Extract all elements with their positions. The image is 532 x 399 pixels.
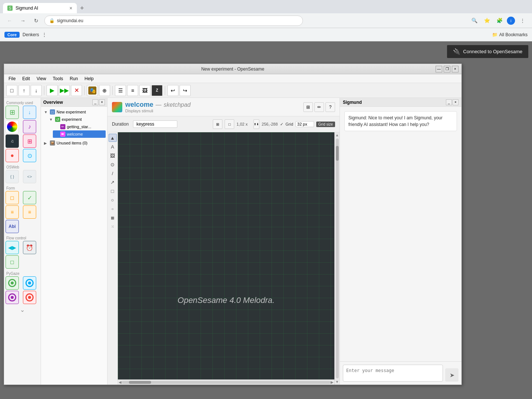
redo-btn[interactable]: ↪ bbox=[180, 85, 191, 96]
scroll-down-indicator[interactable]: ⌄ bbox=[6, 306, 39, 314]
coord-btn1[interactable]: ⊞ bbox=[213, 119, 222, 129]
bookmark-btn[interactable]: ⭐ bbox=[482, 16, 492, 26]
console-btn[interactable]: Z bbox=[151, 85, 163, 96]
menu-btn[interactable]: ⋮ bbox=[517, 16, 528, 26]
undo-btn[interactable]: ↩ bbox=[167, 85, 178, 96]
ws-fullscreen-btn[interactable]: ⊞ bbox=[303, 102, 313, 112]
sigmund-minimize-btn[interactable]: _ bbox=[446, 99, 452, 105]
toolbox-item-mouse[interactable]: ● bbox=[6, 149, 19, 162]
toolbox-item-osweb2[interactable]: <> bbox=[23, 170, 36, 183]
core-bookmark[interactable]: Core bbox=[4, 32, 20, 38]
toolbox-item-audio[interactable]: ♪ bbox=[23, 120, 36, 133]
refresh-btn[interactable]: ↻ bbox=[31, 16, 41, 26]
new-btn[interactable]: □ bbox=[6, 85, 17, 96]
open-btn[interactable]: ↑ bbox=[18, 85, 30, 96]
arrow-tool[interactable]: ↗ bbox=[109, 178, 117, 186]
tree-item-unused[interactable]: ▶ 📦 Unused items (0) bbox=[42, 139, 106, 147]
denkers-bookmark[interactable]: Denkers bbox=[23, 32, 39, 37]
toolbox-item-textinput[interactable]: Abi bbox=[6, 220, 19, 233]
fixdot-tool[interactable]: ⊙ bbox=[109, 160, 117, 168]
gabor-tool[interactable]: ▦ bbox=[109, 214, 117, 222]
close-btn[interactable]: × bbox=[452, 66, 458, 72]
tree-item-getting-star[interactable]: ✏ getting_star... bbox=[53, 123, 106, 130]
extension-btn[interactable]: 🧩 bbox=[494, 16, 505, 26]
select-tool[interactable]: ▲ bbox=[109, 134, 117, 142]
menu-run[interactable]: Run bbox=[67, 75, 81, 82]
toolbox-item-pygaze3[interactable] bbox=[6, 291, 19, 304]
sketchpad-canvas[interactable]: OpenSesame 4.0 Melodra. bbox=[118, 132, 334, 379]
overview-close-btn[interactable]: × bbox=[99, 99, 105, 105]
rect-tool[interactable]: □ bbox=[109, 187, 117, 195]
sigmund-send-btn[interactable]: ➤ bbox=[445, 368, 458, 382]
canvas-container: ▲ A 🖼 ⊙ / ↗ □ ○ ○ ▦ ⁙ bbox=[108, 132, 340, 385]
menu-file[interactable]: File bbox=[6, 75, 18, 82]
menu-help[interactable]: Help bbox=[82, 75, 97, 82]
actor-btn[interactable]: 🎭 bbox=[87, 85, 98, 96]
canvas-scrollbar-horizontal[interactable]: ◀ ▶ bbox=[118, 379, 334, 385]
menu-view[interactable]: View bbox=[34, 75, 49, 82]
sigmund-text-input[interactable] bbox=[343, 365, 443, 382]
active-tab[interactable]: S Sigmund AI × bbox=[3, 3, 77, 13]
canvas-scrollbar-vertical[interactable]: ▲ ▼ bbox=[334, 132, 340, 385]
overview-btn[interactable]: ☰ bbox=[115, 85, 126, 96]
new-tab-btn[interactable]: + bbox=[77, 3, 87, 13]
toolbox-item-listbox[interactable]: ≡ bbox=[6, 205, 19, 219]
toolbox-item-keyboard[interactable]: ⊞ bbox=[23, 134, 36, 148]
search-btn[interactable]: 🔍 bbox=[469, 16, 480, 26]
noise-tool[interactable]: ⁙ bbox=[109, 222, 117, 231]
variables-btn[interactable]: ≡ bbox=[127, 85, 138, 96]
apps-bookmark[interactable]: ⋮ bbox=[42, 32, 47, 37]
toolbox-item-textbox[interactable]: ≡ bbox=[23, 205, 36, 219]
coord-btn2[interactable]: □ bbox=[225, 119, 234, 129]
scrollbar-track-h[interactable] bbox=[122, 381, 331, 384]
toolbox-item-pygaze1[interactable] bbox=[6, 276, 19, 290]
ws-edit-btn[interactable]: ✏ bbox=[314, 102, 324, 112]
toolbox-osweb-label: OSWeb bbox=[6, 164, 39, 170]
toolbox-item-sequence[interactable]: ↓ bbox=[23, 106, 36, 119]
menu-edit[interactable]: Edit bbox=[19, 75, 33, 82]
back-btn[interactable]: ← bbox=[4, 16, 15, 26]
scrollbar-thumb-h[interactable] bbox=[129, 381, 151, 384]
line-tool[interactable]: / bbox=[109, 169, 117, 177]
sigmund-controls: _ × bbox=[446, 99, 458, 105]
run-quick-btn[interactable]: ▶▶ bbox=[59, 85, 70, 96]
menu-tools[interactable]: Tools bbox=[50, 75, 66, 82]
ws-help-btn[interactable]: ? bbox=[325, 102, 335, 112]
address-bar[interactable]: 🔒 sigmundai.eu bbox=[44, 16, 303, 26]
ellipse-tool[interactable]: ○ bbox=[109, 205, 117, 213]
all-bookmarks[interactable]: 📁 All Bookmarks bbox=[492, 32, 528, 37]
sigmund-close-btn[interactable]: × bbox=[453, 99, 458, 105]
toolbox-item-button[interactable]: ◻ bbox=[6, 191, 19, 204]
grid-size-input[interactable] bbox=[296, 121, 314, 127]
save-btn[interactable]: ↓ bbox=[31, 85, 42, 96]
toolbox-item-pygaze2[interactable] bbox=[23, 276, 36, 290]
run-btn[interactable]: ▶ bbox=[47, 85, 58, 96]
toolbox-item-synth[interactable]: ♫ bbox=[6, 134, 19, 148]
toolbox-item-checkbox[interactable]: ✓ bbox=[23, 191, 36, 204]
zoom-spin-btn[interactable]: ⬆⬇ bbox=[253, 119, 259, 129]
tab-close-btn[interactable]: × bbox=[69, 5, 72, 11]
forward-btn[interactable]: → bbox=[18, 16, 28, 26]
tree-item-new-experiment[interactable]: ▼ □ New experiment bbox=[42, 108, 106, 116]
toolbox-item-color[interactable] bbox=[6, 120, 19, 133]
toolbox-item-timer[interactable]: ⏰ bbox=[23, 241, 36, 254]
stop-btn[interactable]: ✕ bbox=[71, 85, 82, 96]
overview-minimize-btn[interactable]: _ bbox=[92, 99, 98, 105]
text-tool[interactable]: A bbox=[109, 143, 117, 151]
fullscreen-btn[interactable]: ⊕ bbox=[99, 85, 110, 96]
duration-input[interactable] bbox=[133, 120, 177, 128]
file-pool-btn[interactable]: 🖼 bbox=[139, 85, 150, 96]
tree-item-experiment[interactable]: ▼ ↺ experiment bbox=[48, 116, 106, 123]
restore-btn[interactable]: ❐ bbox=[444, 66, 450, 72]
profile-btn[interactable]: i bbox=[507, 17, 515, 25]
toolbox-item-loop[interactable]: ⊞ bbox=[6, 106, 19, 119]
tree-item-welcome[interactable]: ✏ welcome bbox=[53, 130, 106, 138]
minimize-btn[interactable]: — bbox=[436, 66, 442, 72]
toolbox-item-sampler[interactable]: ⊙ bbox=[23, 149, 36, 162]
circle-tool[interactable]: ○ bbox=[109, 196, 117, 204]
toolbox-item-inline[interactable]: ◻ bbox=[6, 255, 19, 269]
toolbox-item-osweb1[interactable]: { } bbox=[6, 170, 19, 183]
toolbox-item-coroutines[interactable]: ◀▶ bbox=[6, 241, 19, 254]
image-tool[interactable]: 🖼 bbox=[109, 151, 117, 160]
toolbox-item-pygaze4[interactable] bbox=[23, 291, 36, 304]
